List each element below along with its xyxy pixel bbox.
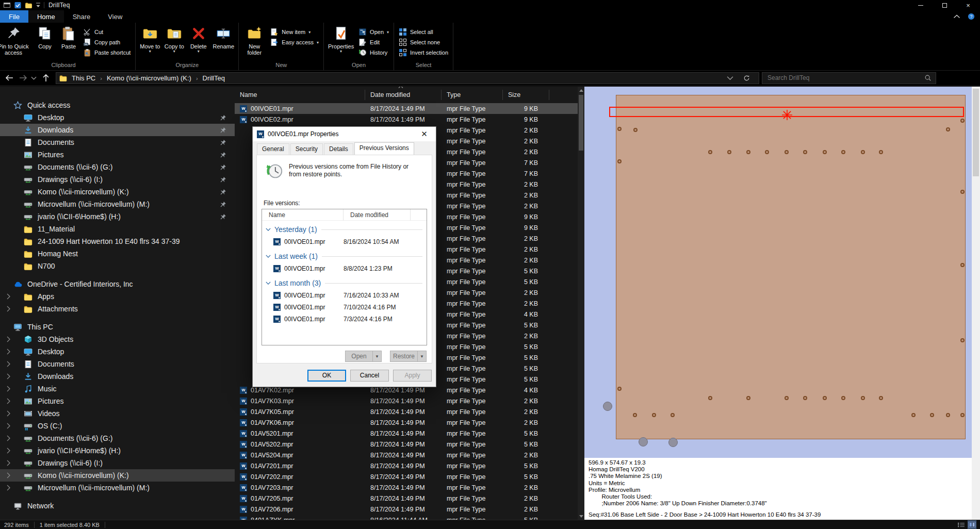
chevron-right-icon[interactable] [6, 361, 11, 367]
sidebar-item[interactable]: Videos [0, 407, 235, 420]
sidebar-item[interactable]: Pictures [0, 395, 235, 407]
version-group-header[interactable]: Last week (1) [262, 250, 427, 262]
dialog-tab-security[interactable]: Security [290, 143, 323, 155]
chevron-right-icon[interactable] [6, 349, 11, 355]
version-group-header[interactable]: Yesterday (1) [262, 223, 427, 236]
sidebar-item[interactable]: Drawings (\\cii-6) (I:) [0, 457, 235, 469]
table-row[interactable]: w8401AZYK.mpr8/16/2024 11:44 AMmpr File … [235, 515, 578, 520]
version-row[interactable]: w00IVOE01.mpr7/16/2024 10:33 AM [262, 289, 427, 301]
sidebar-item[interactable]: Documents (\\cii-6) (G:) [0, 432, 235, 444]
new-folder-button[interactable]: New folder [241, 24, 268, 56]
sidebar-item[interactable]: OS (C:) [0, 420, 235, 432]
open-dropdown-icon[interactable]: ▼ [372, 351, 381, 361]
chevron-right-icon[interactable] [6, 373, 11, 379]
sidebar-item[interactable]: Drawings (\\cii-6) (I:) [0, 173, 235, 186]
chevron-right-icon[interactable] [6, 472, 11, 478]
sidebar-item[interactable]: 11_Material [0, 223, 235, 235]
breadcrumb-separator-icon[interactable]: › [192, 75, 202, 81]
preview-scrollbar[interactable] [972, 87, 980, 520]
search-box[interactable] [762, 72, 936, 84]
invert-selection-button[interactable]: Invert selection [396, 47, 451, 58]
ok-button[interactable]: OK [307, 370, 346, 382]
minimize-button[interactable] [909, 0, 933, 10]
sidebar-item[interactable]: Documents (\\cii-6) (G:) [0, 161, 235, 173]
table-row[interactable]: w01AV5204.mpr8/17/2024 1:49 PMmpr File T… [235, 450, 578, 460]
quick-toolbar-folder-icon[interactable] [25, 2, 32, 9]
sidebar-item[interactable]: Homag Nest [0, 247, 235, 260]
recent-locations-icon[interactable] [31, 75, 37, 81]
address-dropdown-icon[interactable] [727, 75, 733, 81]
help-icon[interactable]: ? [968, 13, 975, 20]
close-button[interactable]: × [956, 0, 980, 10]
sidebar-item[interactable]: OneDrive - Certified Interiors, Inc [0, 278, 235, 290]
restore-dropdown-icon[interactable]: ▼ [417, 351, 426, 361]
tab-view[interactable]: View [99, 10, 131, 23]
dialog-tab-previous-versions[interactable]: Previous Versions [354, 142, 414, 155]
sidebar-item[interactable]: Pictures [0, 148, 235, 161]
edit-button[interactable]: Edit [356, 37, 391, 47]
table-row[interactable]: w01AV5201.mpr8/17/2024 1:49 PMmpr File T… [235, 428, 578, 439]
sidebar-item[interactable]: Komo (\\cii-microvellum) (K:) [0, 469, 235, 482]
apply-button[interactable]: Apply [393, 370, 432, 382]
move-to-button[interactable]: Move to▾ [138, 24, 162, 54]
scroll-down-icon[interactable] [578, 513, 584, 520]
new-item-button[interactable]: New item▾ [268, 27, 321, 37]
copy-to-button[interactable]: Copy to▾ [162, 24, 186, 54]
sidebar-item[interactable]: Downloads [0, 124, 235, 136]
scroll-up-icon[interactable] [578, 87, 584, 94]
sidebar-item[interactable]: 3D Objects [0, 333, 235, 345]
sidebar-item[interactable]: jvario (\\CII-6\Home$) (H:) [0, 210, 235, 223]
chevron-right-icon[interactable] [6, 306, 11, 312]
dialog-close-icon[interactable]: ✕ [413, 127, 436, 141]
version-row[interactable]: w00IVOE01.mpr8/8/2024 1:23 PM [262, 262, 427, 274]
details-view-icon[interactable] [957, 521, 965, 528]
paste-button[interactable]: Paste [57, 24, 80, 49]
column-header-size[interactable]: Size [503, 90, 549, 100]
sidebar-item[interactable]: Desktop [0, 111, 235, 124]
table-row[interactable]: w00IVOE01.mpr8/17/2024 1:49 PMmpr File T… [235, 103, 578, 114]
table-row[interactable]: w01AV7206.mpr8/17/2024 1:49 PMmpr File T… [235, 504, 578, 515]
quick-toolbar-customize-icon[interactable] [36, 2, 41, 9]
sidebar-item[interactable]: Downloads [0, 370, 235, 383]
properties-button[interactable]: Properties▾ [326, 24, 356, 54]
restore-version-button[interactable]: Restore▼ [390, 351, 427, 362]
sidebar-item[interactable]: Documents [0, 136, 235, 148]
open-version-button[interactable]: Open▼ [345, 351, 382, 362]
back-icon[interactable] [5, 73, 14, 82]
chevron-down-icon[interactable] [266, 227, 271, 232]
paste-shortcut-button[interactable]: Paste shortcut [80, 47, 133, 58]
sidebar-item[interactable]: jvario (\\CII-6\Home$) (H:) [0, 444, 235, 457]
version-group-header[interactable]: Last month (3) [262, 277, 427, 289]
sidebar-item[interactable]: N700 [0, 260, 235, 272]
copy-button[interactable]: Copy [33, 24, 57, 49]
sidebar-item[interactable]: This PC [0, 321, 235, 333]
breadcrumb-segment[interactable]: This PC [71, 74, 96, 82]
tab-share[interactable]: Share [64, 10, 100, 23]
chevron-right-icon[interactable] [6, 460, 11, 466]
chevron-right-icon[interactable] [6, 386, 11, 392]
sidebar-item[interactable]: Desktop [0, 345, 235, 358]
sidebar-item[interactable]: Network [0, 500, 235, 512]
sidebar-item[interactable]: Apps [0, 290, 235, 303]
chevron-down-icon[interactable] [266, 254, 271, 259]
breadcrumb-separator-icon[interactable]: › [96, 75, 106, 81]
version-row[interactable]: w00IVOE01.mpr7/3/2024 4:16 PM [262, 313, 427, 325]
chevron-right-icon[interactable] [6, 435, 11, 441]
breadcrumb[interactable]: This PC›Komo (\\cii-microvellum) (K:)›Dr… [56, 72, 759, 84]
column-header-name[interactable]: Name [235, 90, 365, 100]
versions-column-date[interactable]: Date modified [344, 209, 411, 221]
pin-to-quick-access-button[interactable]: Pin to Quick access [0, 24, 33, 56]
table-row[interactable]: w01AV7202.mpr8/17/2024 1:49 PMmpr File T… [235, 471, 578, 482]
table-row[interactable]: w01AV7203.mpr8/17/2024 1:49 PMmpr File T… [235, 482, 578, 493]
table-row[interactable]: w00IVOE02.mpr8/17/2024 1:49 PMmpr File T… [235, 114, 578, 125]
dialog-tab-general[interactable]: General [257, 143, 289, 155]
table-row[interactable]: w01AV7K05.mpr8/17/2024 1:49 PMmpr File T… [235, 406, 578, 417]
chevron-down-icon[interactable] [266, 280, 271, 286]
rename-button[interactable]: Rename [210, 24, 236, 49]
breadcrumb-segment[interactable]: DrillTeq [202, 74, 226, 82]
select-none-button[interactable]: Select none [396, 37, 451, 47]
sidebar-item[interactable]: Attachments [0, 303, 235, 315]
tab-file[interactable]: File [0, 10, 28, 23]
forward-icon[interactable] [19, 73, 28, 82]
version-row[interactable]: w00IVOE01.mpr7/10/2024 4:16 PM [262, 301, 427, 313]
